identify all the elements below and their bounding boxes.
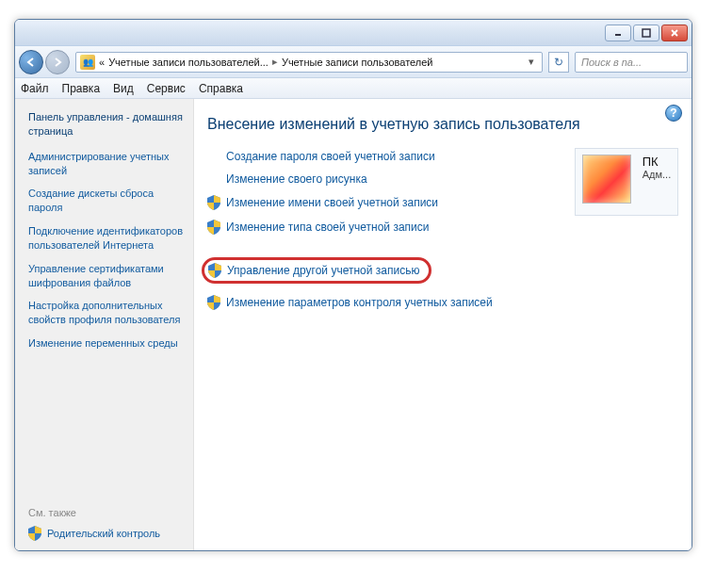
shield-icon	[207, 195, 220, 210]
refresh-icon: ↻	[554, 56, 563, 69]
link-label: Создание пароля своей учетной записи	[226, 150, 435, 163]
user-card: ПК Адм...	[575, 148, 678, 216]
user-accounts-window: 👥 « Учетные записи пользователей... ▸ Уч…	[14, 19, 692, 551]
help-button[interactable]: ?	[665, 105, 682, 122]
sidebar-item-reset-disk[interactable]: Создание дискеты сброса пароля	[28, 187, 184, 215]
link-change-type[interactable]: Изменение типа своей учетной записи	[207, 218, 560, 237]
link-label: Изменение типа своей учетной записи	[226, 220, 429, 234]
search-placeholder: Поиск в па...	[581, 57, 642, 68]
sidebar-item-env-vars[interactable]: Изменение переменных среды	[28, 336, 184, 351]
menu-edit[interactable]: Правка	[62, 82, 101, 95]
user-accounts-icon: 👥	[80, 55, 95, 70]
back-button[interactable]	[19, 50, 43, 74]
menu-file[interactable]: Файл	[21, 82, 49, 95]
maximize-button[interactable]	[633, 24, 659, 41]
link-label: Изменение параметров контроля учетных за…	[226, 296, 493, 309]
address-bar[interactable]: 👥 « Учетные записи пользователей... ▸ Уч…	[75, 52, 543, 73]
see-also-label: См. также	[28, 507, 184, 518]
refresh-button[interactable]: ↻	[548, 52, 569, 73]
breadcrumb-prefix: «	[99, 57, 105, 68]
user-name: ПК	[643, 155, 659, 169]
avatar	[582, 155, 631, 204]
maximize-icon	[642, 28, 651, 38]
link-label: Изменение своего рисунка	[226, 172, 367, 186]
shield-icon	[207, 295, 220, 310]
titlebar	[15, 20, 692, 46]
shield-icon	[208, 263, 221, 278]
address-dropdown-icon[interactable]: ▾	[525, 56, 538, 68]
action-links-column: Создание пароля своей учетной записи Изм…	[207, 148, 560, 318]
help-icon: ?	[670, 106, 676, 120]
close-button[interactable]	[661, 24, 688, 41]
user-role: Адм...	[643, 169, 672, 180]
shield-icon	[28, 526, 41, 541]
forward-button[interactable]	[45, 50, 70, 74]
breadcrumb-part1[interactable]: Учетные записи пользователей...	[108, 57, 268, 68]
sidebar-item-profile-props[interactable]: Настройка дополнительных свойств профиля…	[28, 299, 184, 327]
parental-control-label: Родительский контроль	[47, 528, 160, 539]
forward-arrow-icon	[52, 57, 63, 68]
link-label: Управление другой учетной записью	[227, 264, 419, 277]
link-label: Изменение имени своей учетной записи	[226, 196, 438, 209]
page-title: Внесение изменений в учетную запись поль…	[207, 116, 678, 133]
svg-rect-1	[643, 29, 650, 37]
parental-control-link[interactable]: Родительский контроль	[28, 526, 184, 541]
close-icon	[670, 28, 679, 38]
menu-service[interactable]: Сервис	[147, 82, 186, 95]
breadcrumb-part2[interactable]: Учетные записи пользователей	[282, 57, 433, 68]
content-area: Панель управления - домашняя страница Ад…	[15, 99, 692, 550]
shield-icon	[207, 220, 220, 235]
sidebar-item-online-id[interactable]: Подключение идентификаторов пользователе…	[28, 224, 184, 253]
sidebar-item-certificates[interactable]: Управление сертификатами шифрования файл…	[28, 262, 184, 290]
minimize-button[interactable]	[605, 24, 631, 41]
link-manage-other-account[interactable]: Управление другой учетной записью	[202, 257, 431, 284]
back-arrow-icon	[25, 57, 37, 68]
sidebar-item-admin-accounts[interactable]: Администрирование учетных записей	[28, 150, 184, 178]
main-panel: ? Внесение изменений в учетную запись по…	[194, 99, 692, 550]
menu-view[interactable]: Вид	[113, 82, 134, 95]
sidebar-home-link[interactable]: Панель управления - домашняя страница	[28, 110, 184, 139]
menubar: Файл Правка Вид Сервис Справка	[15, 78, 692, 99]
link-create-password[interactable]: Создание пароля своей учетной записи	[207, 148, 560, 165]
link-change-picture[interactable]: Изменение своего рисунка	[207, 171, 560, 188]
link-uac-settings[interactable]: Изменение параметров контроля учетных за…	[207, 293, 560, 312]
search-input[interactable]: Поиск в па...	[575, 52, 688, 73]
menu-help[interactable]: Справка	[199, 82, 243, 95]
minimize-icon	[613, 28, 623, 38]
navbar: 👥 « Учетные записи пользователей... ▸ Уч…	[15, 46, 692, 78]
link-change-name[interactable]: Изменение имени своей учетной записи	[207, 193, 560, 212]
sidebar: Панель управления - домашняя страница Ад…	[15, 99, 194, 550]
breadcrumb-separator: ▸	[272, 56, 278, 68]
